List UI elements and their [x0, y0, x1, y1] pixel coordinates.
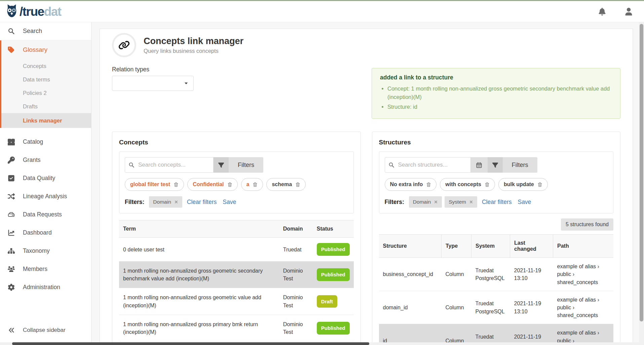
structures-funnel-button[interactable]: [488, 157, 503, 173]
structure-type-cell: Column: [442, 291, 471, 324]
sidebar-item-data-requests[interactable]: Data Requests: [0, 205, 91, 223]
sidebar-item-label: Policies 2: [23, 90, 47, 96]
concept-filter-chip-schema[interactable]: schema: [266, 178, 306, 191]
trash-icon[interactable]: [426, 182, 431, 187]
structure-filter-chip-with-concepts[interactable]: with concepts: [440, 178, 495, 191]
column-header: Status: [313, 220, 354, 238]
structures-calendar-button[interactable]: [471, 157, 488, 173]
bell-icon[interactable]: [596, 5, 609, 18]
trash-icon[interactable]: [295, 182, 300, 187]
truedat-logo[interactable]: /truedat: [5, 4, 61, 19]
concept-domain-cell: Dominio Test: [279, 288, 313, 315]
sidebar-item-dashboard[interactable]: Dashboard: [0, 223, 91, 242]
structures-count-badge: 5 structures found: [561, 218, 613, 231]
structures-search-input[interactable]: [397, 161, 467, 169]
relation-types-label: Relation types: [112, 66, 194, 73]
structure-filter-chip-no-extra-info[interactable]: No extra info: [385, 178, 437, 191]
trash-icon[interactable]: [537, 182, 542, 187]
structures-clear-filters-link[interactable]: Clear filters: [482, 199, 512, 206]
concept-row[interactable]: 1 month rolling non-annualized gross geo…: [119, 262, 354, 288]
active-filter-label: System: [449, 199, 466, 205]
sidebar-item-data-quality[interactable]: Data Quality: [0, 169, 91, 187]
structure-path-cell: example of alias › public › shared_conce…: [553, 324, 614, 345]
concepts-clear-filters-link[interactable]: Clear filters: [187, 199, 217, 206]
concepts-chips: global filter test Confidential a schema: [125, 178, 348, 191]
user-icon[interactable]: [622, 5, 635, 18]
structure-system-cell: Truedat PostgreSQL: [471, 258, 510, 291]
trash-icon[interactable]: [174, 182, 179, 187]
structures-save-link[interactable]: Save: [518, 199, 531, 206]
alert-items: Concept: 1 month rolling non-annualized …: [380, 84, 612, 111]
chip-label: with concepts: [445, 181, 481, 187]
concepts-filters-button[interactable]: Filters: [229, 157, 263, 173]
server-icon: [7, 211, 15, 218]
sidebar: Search Glossary Concepts Data terms Poli…: [0, 22, 91, 342]
trash-icon[interactable]: [253, 182, 258, 187]
calendar-icon: [476, 162, 482, 168]
sidebar-item-links-manager[interactable]: Links manager: [1, 113, 91, 128]
sitemap-icon: [7, 247, 15, 254]
active-filter-domain[interactable]: Domain: [149, 196, 182, 208]
sidebar-item-lineage-analysis[interactable]: Lineage Analysis: [0, 187, 91, 205]
sidebar-item-drafts[interactable]: Drafts: [1, 100, 91, 113]
structures-filterbox: Filters No extra info with concepts bulk…: [379, 151, 614, 213]
concept-filter-chip-confidential[interactable]: Confidential: [187, 178, 237, 191]
times-icon[interactable]: [174, 200, 178, 204]
concepts-save-link[interactable]: Save: [223, 199, 236, 206]
trash-icon[interactable]: [485, 182, 490, 187]
status-badge: Draft: [317, 295, 337, 308]
structure-row[interactable]: id Column Truedat PostgreSQL 2021-11-19 …: [379, 324, 614, 345]
concepts-search-input[interactable]: [138, 161, 210, 169]
concepts-filters-label: Filters:: [125, 199, 144, 206]
vertical-scrollbar-thumb[interactable]: [640, 24, 643, 321]
sidebar-item-catalog[interactable]: Catalog: [0, 133, 91, 151]
column-header: Structure: [379, 235, 442, 258]
sidebar-item-concepts[interactable]: Concepts: [1, 59, 91, 73]
funnel-icon: [218, 162, 224, 168]
sidebar-item-data-terms[interactable]: Data terms: [1, 73, 91, 86]
column-header: Domain: [279, 220, 313, 238]
active-filter-system[interactable]: System: [445, 196, 477, 208]
sidebar-item-label: Links manager: [23, 117, 62, 124]
gear-icon: [7, 284, 15, 291]
structures-search: [385, 157, 471, 173]
active-filter-domain[interactable]: Domain: [409, 196, 442, 208]
sidebar-item-members[interactable]: Members: [0, 260, 91, 278]
structure-path-cell: example of alias › public › shared_conce…: [553, 291, 614, 324]
chip-label: global filter test: [130, 181, 170, 187]
page-subtitle: Query links business concepts: [144, 48, 243, 54]
structure-row[interactable]: business_concept_id Column Truedat Postg…: [379, 258, 614, 291]
structures-active-filters: Domain System: [409, 196, 477, 208]
funnel-icon: [492, 162, 498, 168]
sidebar-item-label: Concepts: [23, 63, 46, 69]
concept-row[interactable]: 1 month rolling non-annualized gross pri…: [119, 315, 354, 341]
concept-term-cell: 1 month rolling non-annualized gross geo…: [119, 288, 279, 315]
times-icon[interactable]: [434, 200, 438, 204]
structures-table-body: business_concept_id Column Truedat Postg…: [379, 258, 614, 345]
structures-filters-button[interactable]: Filters: [503, 157, 537, 173]
structure-row[interactable]: domain_id Column Truedat PostgreSQL 2021…: [379, 291, 614, 324]
tag-icon: [7, 46, 15, 54]
sidebar-item-taxonomy[interactable]: Taxonomy: [0, 242, 91, 260]
main-content: Concepts link manager Query links busine…: [100, 29, 633, 345]
collapse-sidebar-button[interactable]: Collapse sidebar: [0, 323, 91, 338]
relation-types-select[interactable]: [112, 76, 194, 91]
concept-row[interactable]: 0 delete user test Truedat Published: [119, 238, 354, 262]
times-icon[interactable]: [469, 200, 473, 204]
concept-filter-chip-global-filter-test[interactable]: global filter test: [125, 178, 184, 191]
concept-row[interactable]: 1 month rolling non-annualized gross geo…: [119, 288, 354, 315]
sidebar-item-policies-2[interactable]: Policies 2: [1, 86, 91, 100]
sidebar-item-grants[interactable]: Grants: [0, 151, 91, 169]
sidebar-item-administration[interactable]: Administration: [0, 278, 91, 296]
structure-name-cell: id: [379, 324, 442, 345]
concepts-funnel-button[interactable]: [214, 157, 229, 173]
concepts-table-body: 0 delete user test Truedat Published 1 m…: [119, 238, 354, 345]
structure-filter-chip-bulk-update[interactable]: bulk update: [498, 178, 548, 191]
horizontal-scrollbar-thumb[interactable]: [12, 342, 369, 345]
sidebar-item-glossary[interactable]: Glossary: [1, 40, 91, 59]
concept-filter-chip-a[interactable]: a: [241, 178, 263, 191]
trash-icon[interactable]: [227, 182, 232, 187]
concept-term-cell: 1 month rolling non-annualized gross pri…: [119, 315, 279, 341]
alert-item: Structure: id: [387, 103, 612, 111]
sidebar-item-search[interactable]: Search: [0, 22, 91, 40]
